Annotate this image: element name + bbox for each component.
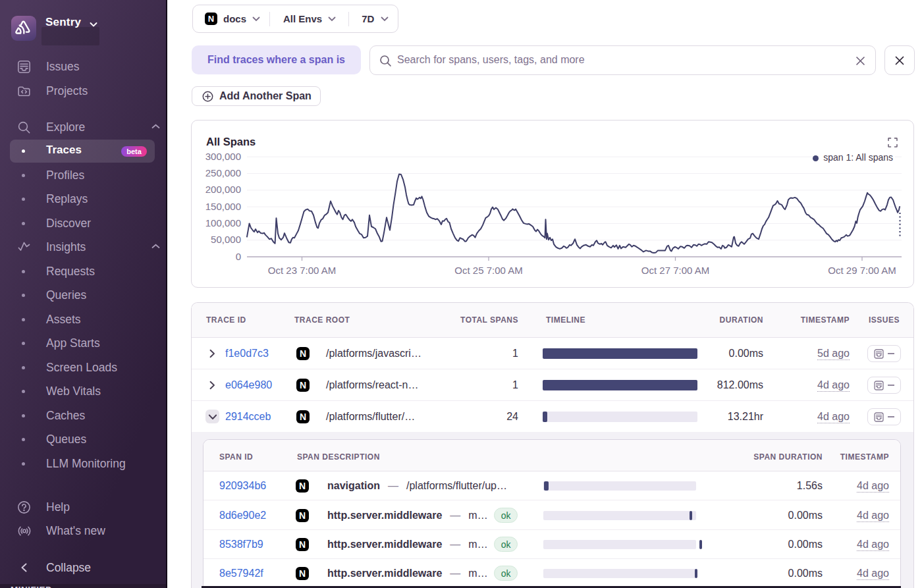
svg-text:50,000: 50,000 <box>211 234 241 245</box>
svg-text:Oct 27 7:00 AM: Oct 27 7:00 AM <box>641 265 709 276</box>
svg-text:250,000: 250,000 <box>205 167 241 178</box>
svg-text:300,000: 300,000 <box>205 151 241 162</box>
svg-text:200,000: 200,000 <box>205 184 241 195</box>
svg-text:150,000: 150,000 <box>205 201 241 212</box>
svg-text:100,000: 100,000 <box>205 217 241 228</box>
svg-text:Oct 29 7:00 AM: Oct 29 7:00 AM <box>828 265 896 276</box>
svg-text:Oct 23 7:00 AM: Oct 23 7:00 AM <box>268 265 336 276</box>
svg-text:Oct 25 7:00 AM: Oct 25 7:00 AM <box>454 265 522 276</box>
svg-text:0: 0 <box>236 251 241 262</box>
